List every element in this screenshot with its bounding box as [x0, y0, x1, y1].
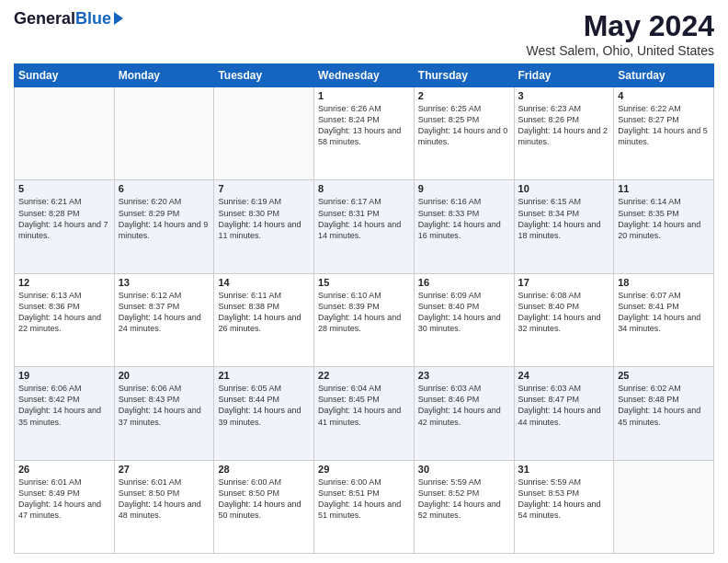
- day-number: 21: [218, 370, 310, 381]
- day-number: 19: [18, 370, 110, 381]
- day-info: Sunrise: 6:04 AM Sunset: 8:45 PM Dayligh…: [318, 383, 410, 428]
- day-info: Sunrise: 6:12 AM Sunset: 8:37 PM Dayligh…: [119, 290, 210, 335]
- day-info: Sunrise: 6:11 AM Sunset: 8:38 PM Dayligh…: [218, 290, 310, 335]
- day-number: 10: [518, 183, 610, 194]
- table-row: 13Sunrise: 6:12 AM Sunset: 8:37 PM Dayli…: [114, 273, 214, 366]
- table-row: 27Sunrise: 6:01 AM Sunset: 8:50 PM Dayli…: [114, 460, 214, 553]
- day-info: Sunrise: 6:06 AM Sunset: 8:42 PM Dayligh…: [18, 383, 110, 428]
- day-number: 7: [218, 183, 310, 194]
- logo-arrow-icon: [114, 12, 123, 25]
- table-row: 5Sunrise: 6:21 AM Sunset: 8:28 PM Daylig…: [15, 180, 115, 273]
- day-number: 22: [318, 370, 410, 381]
- day-info: Sunrise: 5:59 AM Sunset: 8:53 PM Dayligh…: [518, 477, 610, 522]
- day-info: Sunrise: 6:22 AM Sunset: 8:27 PM Dayligh…: [618, 103, 710, 148]
- day-number: 9: [418, 183, 510, 194]
- day-info: Sunrise: 6:03 AM Sunset: 8:46 PM Dayligh…: [418, 383, 510, 428]
- day-info: Sunrise: 6:10 AM Sunset: 8:39 PM Dayligh…: [318, 290, 410, 335]
- subtitle: West Salem, Ohio, United States: [527, 43, 714, 58]
- calendar-week-row: 5Sunrise: 6:21 AM Sunset: 8:28 PM Daylig…: [15, 180, 714, 273]
- calendar-week-row: 19Sunrise: 6:06 AM Sunset: 8:42 PM Dayli…: [15, 367, 714, 460]
- col-friday: Friday: [514, 64, 614, 87]
- table-row: 26Sunrise: 6:01 AM Sunset: 8:49 PM Dayli…: [15, 460, 115, 553]
- day-info: Sunrise: 6:02 AM Sunset: 8:48 PM Dayligh…: [618, 383, 710, 428]
- day-number: 28: [218, 464, 310, 475]
- day-info: Sunrise: 6:09 AM Sunset: 8:40 PM Dayligh…: [418, 290, 510, 335]
- calendar-week-row: 12Sunrise: 6:13 AM Sunset: 8:36 PM Dayli…: [15, 273, 714, 366]
- table-row: [214, 87, 314, 180]
- table-row: 3Sunrise: 6:23 AM Sunset: 8:26 PM Daylig…: [514, 87, 614, 180]
- col-thursday: Thursday: [414, 64, 514, 87]
- table-row: 15Sunrise: 6:10 AM Sunset: 8:39 PM Dayli…: [314, 273, 415, 366]
- day-info: Sunrise: 6:14 AM Sunset: 8:35 PM Dayligh…: [618, 196, 710, 241]
- table-row: 24Sunrise: 6:03 AM Sunset: 8:47 PM Dayli…: [514, 367, 614, 460]
- table-row: 21Sunrise: 6:05 AM Sunset: 8:44 PM Dayli…: [214, 367, 314, 460]
- table-row: [614, 460, 714, 553]
- day-number: 14: [218, 277, 310, 288]
- day-number: 12: [18, 277, 110, 288]
- table-row: 25Sunrise: 6:02 AM Sunset: 8:48 PM Dayli…: [614, 367, 714, 460]
- table-row: 9Sunrise: 6:16 AM Sunset: 8:33 PM Daylig…: [414, 180, 514, 273]
- day-info: Sunrise: 6:16 AM Sunset: 8:33 PM Dayligh…: [418, 196, 510, 241]
- day-number: 16: [418, 277, 510, 288]
- table-row: 14Sunrise: 6:11 AM Sunset: 8:38 PM Dayli…: [214, 273, 314, 366]
- day-number: 23: [418, 370, 510, 381]
- day-number: 4: [618, 90, 710, 101]
- main-title: May 2024: [527, 9, 714, 43]
- day-number: 1: [318, 90, 410, 101]
- day-info: Sunrise: 5:59 AM Sunset: 8:52 PM Dayligh…: [418, 477, 510, 522]
- table-row: 16Sunrise: 6:09 AM Sunset: 8:40 PM Dayli…: [414, 273, 514, 366]
- table-row: 6Sunrise: 6:20 AM Sunset: 8:29 PM Daylig…: [114, 180, 214, 273]
- title-block: May 2024 West Salem, Ohio, United States: [527, 9, 714, 58]
- day-number: 25: [618, 370, 710, 381]
- day-number: 3: [518, 90, 610, 101]
- table-row: 2Sunrise: 6:25 AM Sunset: 8:25 PM Daylig…: [414, 87, 514, 180]
- table-row: 12Sunrise: 6:13 AM Sunset: 8:36 PM Dayli…: [15, 273, 115, 366]
- table-row: 31Sunrise: 5:59 AM Sunset: 8:53 PM Dayli…: [514, 460, 614, 553]
- day-info: Sunrise: 6:15 AM Sunset: 8:34 PM Dayligh…: [518, 196, 610, 241]
- table-row: 29Sunrise: 6:00 AM Sunset: 8:51 PM Dayli…: [314, 460, 415, 553]
- day-number: 17: [518, 277, 610, 288]
- day-number: 18: [618, 277, 710, 288]
- table-row: 7Sunrise: 6:19 AM Sunset: 8:30 PM Daylig…: [214, 180, 314, 273]
- day-info: Sunrise: 6:00 AM Sunset: 8:51 PM Dayligh…: [318, 477, 410, 522]
- day-number: 2: [418, 90, 510, 101]
- calendar-table: Sunday Monday Tuesday Wednesday Thursday…: [14, 63, 714, 554]
- day-number: 15: [318, 277, 410, 288]
- day-number: 5: [18, 183, 110, 194]
- col-monday: Monday: [114, 64, 214, 87]
- day-info: Sunrise: 6:07 AM Sunset: 8:41 PM Dayligh…: [618, 290, 710, 335]
- table-row: [15, 87, 115, 180]
- day-number: 20: [119, 370, 210, 381]
- table-row: 10Sunrise: 6:15 AM Sunset: 8:34 PM Dayli…: [514, 180, 614, 273]
- day-info: Sunrise: 6:01 AM Sunset: 8:49 PM Dayligh…: [18, 477, 110, 522]
- logo-general-text: General: [14, 9, 75, 29]
- table-row: 4Sunrise: 6:22 AM Sunset: 8:27 PM Daylig…: [614, 87, 714, 180]
- day-info: Sunrise: 6:19 AM Sunset: 8:30 PM Dayligh…: [218, 196, 310, 241]
- table-row: 11Sunrise: 6:14 AM Sunset: 8:35 PM Dayli…: [614, 180, 714, 273]
- table-row: 22Sunrise: 6:04 AM Sunset: 8:45 PM Dayli…: [314, 367, 415, 460]
- day-number: 26: [18, 464, 110, 475]
- table-row: 17Sunrise: 6:08 AM Sunset: 8:40 PM Dayli…: [514, 273, 614, 366]
- day-info: Sunrise: 6:06 AM Sunset: 8:43 PM Dayligh…: [119, 383, 210, 428]
- day-info: Sunrise: 6:01 AM Sunset: 8:50 PM Dayligh…: [119, 477, 210, 522]
- table-row: 19Sunrise: 6:06 AM Sunset: 8:42 PM Dayli…: [15, 367, 115, 460]
- day-number: 8: [318, 183, 410, 194]
- header-row: Sunday Monday Tuesday Wednesday Thursday…: [15, 64, 714, 87]
- day-info: Sunrise: 6:13 AM Sunset: 8:36 PM Dayligh…: [18, 290, 110, 335]
- day-number: 11: [618, 183, 710, 194]
- calendar-week-row: 26Sunrise: 6:01 AM Sunset: 8:49 PM Dayli…: [15, 460, 714, 553]
- calendar-week-row: 1Sunrise: 6:26 AM Sunset: 8:24 PM Daylig…: [15, 87, 714, 180]
- day-info: Sunrise: 6:23 AM Sunset: 8:26 PM Dayligh…: [518, 103, 610, 148]
- day-info: Sunrise: 6:00 AM Sunset: 8:50 PM Dayligh…: [218, 477, 310, 522]
- day-number: 29: [318, 464, 410, 475]
- day-number: 6: [119, 183, 210, 194]
- day-number: 27: [119, 464, 210, 475]
- col-saturday: Saturday: [614, 64, 714, 87]
- logo-blue-text: Blue: [75, 9, 111, 29]
- day-number: 13: [119, 277, 210, 288]
- day-number: 24: [518, 370, 610, 381]
- day-info: Sunrise: 6:25 AM Sunset: 8:25 PM Dayligh…: [418, 103, 510, 148]
- day-number: 31: [518, 464, 610, 475]
- day-info: Sunrise: 6:26 AM Sunset: 8:24 PM Dayligh…: [318, 103, 410, 148]
- table-row: 28Sunrise: 6:00 AM Sunset: 8:50 PM Dayli…: [214, 460, 314, 553]
